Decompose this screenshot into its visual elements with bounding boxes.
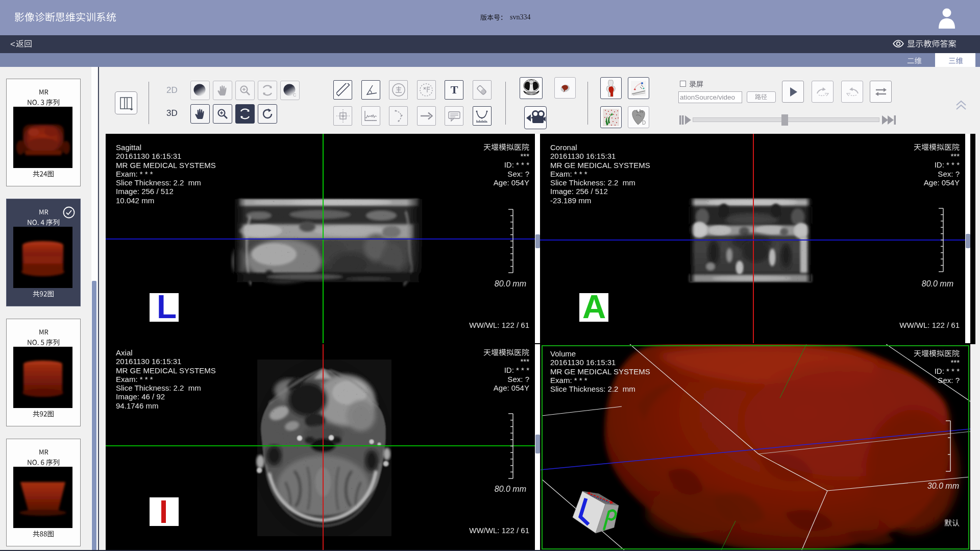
svg-text:T: T xyxy=(450,84,458,96)
svg-text:C: C xyxy=(293,92,297,98)
svg-text:D: D xyxy=(642,120,646,126)
